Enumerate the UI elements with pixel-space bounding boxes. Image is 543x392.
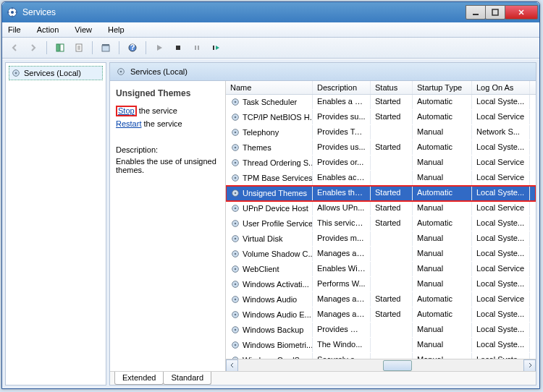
svg-point-1 (11, 11, 14, 14)
forward-button[interactable] (25, 40, 41, 56)
title-bar[interactable]: Services (2, 2, 539, 22)
service-startup: Manual (413, 125, 472, 140)
col-startup[interactable]: Startup Type (413, 81, 472, 94)
back-button[interactable] (7, 40, 22, 56)
menu-file[interactable]: File (5, 24, 24, 35)
pause-service-button[interactable] (189, 40, 205, 56)
service-row[interactable]: Thread Ordering S...Provides or...Manual… (226, 155, 536, 171)
service-logon: Local Syste... (472, 140, 530, 155)
service-logon: Local Syste... (472, 247, 530, 261)
scroll-right-button[interactable] (523, 359, 536, 372)
restart-service-button[interactable] (208, 40, 224, 56)
tree-services-local[interactable]: Services (Local) (9, 66, 103, 80)
service-startup: Automatic (413, 307, 472, 322)
service-row[interactable]: Volume Shadow C...Manages an...ManualLoc… (226, 247, 536, 262)
gear-icon (116, 67, 126, 77)
grid-rows[interactable]: Task SchedulerEnables a us...StartedAuto… (226, 95, 536, 359)
svg-point-19 (235, 101, 237, 103)
menu-bar: File Action View Help (2, 22, 539, 38)
show-hide-tree-button[interactable] (52, 40, 68, 56)
service-row[interactable]: Unsigned ThemesEnables the …StartedAutom… (226, 186, 536, 201)
service-row[interactable]: WebClientEnables Win...ManualLocal Servi… (226, 262, 536, 277)
service-icon (230, 218, 240, 229)
services-window: Services File Action View Help ? S (1, 1, 540, 389)
scroll-left-button[interactable] (226, 359, 238, 372)
close-button[interactable] (505, 5, 538, 20)
service-grid: Name Description Status Startup Type Log… (226, 81, 536, 371)
col-description[interactable]: Description (313, 81, 371, 94)
service-description: Manages an... (313, 247, 371, 261)
svg-point-29 (235, 177, 237, 179)
col-status[interactable]: Status (371, 81, 413, 94)
service-description: Securely en... (313, 353, 371, 359)
service-logon: Local Service (472, 110, 530, 124)
tree-root-label: Services (Local) (24, 69, 81, 77)
service-status: Started (371, 140, 413, 155)
service-row[interactable]: Windows Audio E...Manages au...StartedAu… (226, 307, 536, 323)
toolbar-separator (146, 41, 146, 54)
stop-service-button[interactable] (170, 40, 186, 56)
menu-view[interactable]: View (72, 24, 95, 35)
service-row[interactable]: Windows Biometri...The Windo...ManualLoc… (226, 338, 536, 353)
service-row[interactable]: Windows AudioManages au...StartedAutomat… (226, 292, 536, 307)
service-name: TCP/IP NetBIOS H... (243, 113, 313, 122)
service-logon: Local Syste... (472, 277, 530, 291)
menu-action[interactable]: Action (34, 24, 62, 35)
service-status (371, 277, 413, 291)
svg-text:?: ? (130, 43, 135, 51)
service-row[interactable]: TCP/IP NetBIOS H...Provides su...Started… (226, 110, 536, 125)
tab-extended[interactable]: Extended (114, 372, 164, 385)
minimize-button[interactable] (466, 5, 486, 20)
svg-point-43 (235, 284, 237, 286)
scroll-thumb[interactable] (383, 360, 412, 371)
service-row[interactable]: Task SchedulerEnables a us...StartedAuto… (226, 95, 536, 110)
service-description: Enables a us... (313, 95, 371, 109)
service-name: Windows Audio E... (243, 310, 311, 319)
svg-point-49 (235, 329, 237, 331)
service-description: Enables acc... (313, 171, 371, 185)
col-logon[interactable]: Log On As (472, 81, 530, 94)
start-service-button[interactable] (151, 40, 167, 56)
service-row[interactable]: UPnP Device HostAllows UPn...StartedManu… (226, 201, 536, 216)
help-button[interactable]: ? (125, 40, 140, 56)
service-row[interactable]: User Profile ServiceThis service …Starte… (226, 216, 536, 231)
tab-standard[interactable]: Standard (163, 372, 211, 385)
service-row[interactable]: ThemesProvides us...StartedAutomaticLoca… (226, 140, 536, 155)
service-description: The Windo... (313, 338, 371, 352)
stop-service-link[interactable]: Stop (118, 106, 135, 115)
service-startup: Automatic (413, 110, 472, 124)
service-row[interactable]: Virtual DiskProvides m...ManualLocal Sys… (226, 231, 536, 247)
service-description: Provides us... (313, 140, 371, 155)
service-startup: Manual (413, 277, 472, 291)
service-icon (230, 355, 240, 359)
maximize-button[interactable] (485, 5, 505, 20)
restart-service-link[interactable]: Restart (116, 119, 141, 128)
horizontal-scrollbar[interactable] (226, 359, 536, 371)
detail-pane: Unsigned Themes Stop the service Restart… (110, 81, 226, 371)
service-name: Unsigned Themes (243, 189, 307, 197)
service-row[interactable]: TPM Base ServicesEnables acc...ManualLoc… (226, 171, 536, 186)
service-description: Enables Win... (313, 262, 371, 276)
service-status (371, 338, 413, 352)
service-description: Allows UPn... (313, 201, 371, 216)
service-status: Started (371, 292, 413, 307)
svg-point-31 (235, 192, 237, 195)
properties-button[interactable] (98, 40, 114, 56)
service-status: Started (371, 110, 413, 124)
service-startup: Manual (413, 353, 472, 359)
svg-rect-11 (195, 46, 196, 50)
service-row[interactable]: Windows CardSpa...Securely en...ManualLo… (226, 353, 536, 359)
service-startup: Automatic (413, 186, 472, 200)
menu-help[interactable]: Help (105, 24, 127, 35)
grid-header: Name Description Status Startup Type Log… (226, 81, 536, 95)
col-name[interactable]: Name (226, 81, 313, 94)
service-row[interactable]: TelephonyProvides Tel...ManualNetwork S.… (226, 125, 536, 140)
service-row[interactable]: Windows Activati...Performs W...ManualLo… (226, 277, 536, 292)
export-list-button[interactable] (71, 40, 87, 56)
svg-point-52 (232, 357, 239, 359)
svg-rect-6 (102, 46, 109, 51)
service-name: Volume Shadow C... (243, 250, 313, 258)
gear-icon (11, 68, 21, 78)
selected-service-title: Unsigned Themes (116, 88, 219, 98)
service-row[interactable]: Windows BackupProvides Wi...ManualLocal … (226, 323, 536, 338)
